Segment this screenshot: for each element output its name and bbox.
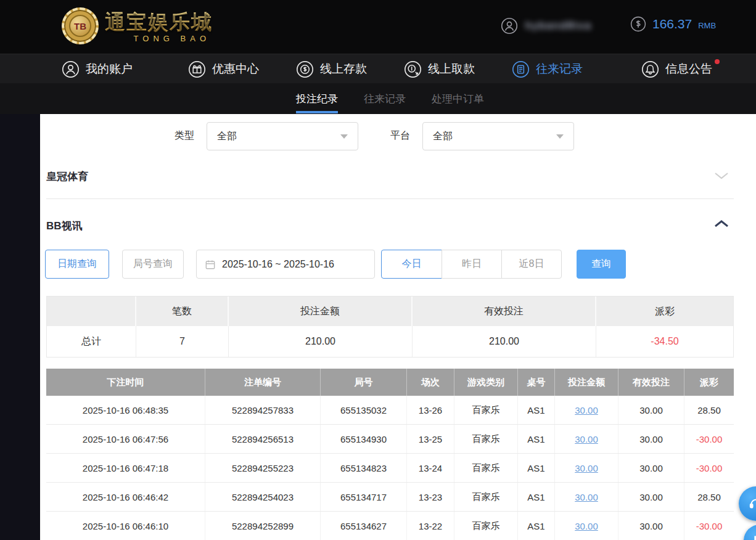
nav-item-withdraw[interactable]: 线上取款 <box>404 54 475 84</box>
valid-bet-cell: 30.00 <box>618 483 684 511</box>
last8days-button[interactable]: 近8日 <box>501 250 562 279</box>
bet-time-cell: 2025-10-16 06:47:56 <box>46 425 205 453</box>
table-id-cell: AS1 <box>518 454 555 482</box>
date-query-button[interactable]: 日期查询 <box>45 250 109 279</box>
valid-bet-cell: 30.00 <box>618 396 684 424</box>
round-id-cell: 655134717 <box>321 483 407 511</box>
site-logo: TB 通宝娱乐城 TONG BAO <box>62 7 213 44</box>
nav-label: 线上取款 <box>428 61 475 77</box>
bet-id-cell: 522894255223 <box>205 454 321 482</box>
column-header: 局号 <box>321 369 407 396</box>
nav-label: 线上存款 <box>320 61 367 77</box>
tab-transaction-records[interactable]: 往来记录 <box>364 83 406 114</box>
calendar-icon <box>204 258 216 271</box>
game-type-cell: 百家乐 <box>454 483 518 511</box>
bet-time-cell: 2025-10-16 06:46:42 <box>46 483 205 511</box>
nav-item-announcements[interactable]: 信息公告 <box>641 54 712 84</box>
session-cell: 13-23 <box>407 483 454 511</box>
bet-id-cell: 522894256513 <box>205 425 321 453</box>
column-header: 游戏类别 <box>454 369 518 396</box>
main-nav: 我的账户 优惠中心 线上存款 线上取款 往来记录 信息公告 <box>0 54 756 83</box>
nav-label: 我的账户 <box>86 61 133 77</box>
balance-currency: RMB <box>698 21 716 30</box>
summary-bet-amount: 210.00 <box>229 326 413 357</box>
logo-chip-icon: TB <box>62 7 99 44</box>
summary-header-bet: 投注金额 <box>229 297 413 326</box>
type-filter-label: 类型 <box>175 129 194 142</box>
summary-valid-bet: 210.00 <box>413 326 596 357</box>
table-row: 2025-10-16 06:46:10522894252899655134627… <box>46 512 734 540</box>
bet-time-cell: 2025-10-16 06:47:18 <box>46 454 205 482</box>
game-type-cell: 百家乐 <box>454 454 518 482</box>
game-type-cell: 百家乐 <box>454 512 518 540</box>
today-button[interactable]: 今日 <box>381 250 442 279</box>
nav-label: 往来记录 <box>536 61 583 77</box>
bet-id-cell: 522894252899 <box>205 512 321 540</box>
type-filter-select[interactable]: 全部 <box>207 122 358 150</box>
column-header: 投注金额 <box>555 369 618 396</box>
round-query-button[interactable]: 局号查询 <box>122 250 184 279</box>
payout-cell: -30.00 <box>684 425 734 453</box>
bet-id-cell: 522894257833 <box>205 396 321 424</box>
valid-bet-cell: 30.00 <box>618 512 684 540</box>
bet-time-cell: 2025-10-16 06:48:35 <box>46 396 205 424</box>
table-id-cell: AS1 <box>518 396 555 424</box>
section-divider <box>46 198 734 199</box>
column-header: 场次 <box>407 369 454 396</box>
summary-count: 7 <box>136 326 229 357</box>
bet-amount-cell: 30.00 <box>555 396 618 424</box>
bet-amount-link[interactable]: 30.00 <box>575 405 598 415</box>
payout-cell: 28.50 <box>684 396 734 424</box>
platform-filter-select[interactable]: 全部 <box>422 122 574 150</box>
bet-amount-cell: 30.00 <box>555 483 618 511</box>
chevron-down-icon <box>556 134 564 139</box>
notification-dot <box>715 59 720 64</box>
payout-cell: 28.50 <box>684 483 734 511</box>
session-cell: 13-25 <box>407 425 454 453</box>
table-row: 2025-10-16 06:48:35522894257833655135032… <box>46 396 734 425</box>
yesterday-button[interactable]: 昨日 <box>442 250 502 279</box>
type-filter-value: 全部 <box>217 130 237 143</box>
nav-item-records[interactable]: 往来记录 <box>512 54 583 84</box>
date-range-input[interactable]: 2025-10-16 ~ 2025-10-16 <box>196 250 375 279</box>
tab-bet-records[interactable]: 投注纪录 <box>296 83 338 114</box>
gift-icon <box>188 60 206 78</box>
session-cell: 13-22 <box>407 512 454 540</box>
bet-amount-cell: 30.00 <box>555 454 618 482</box>
game-type-cell: 百家乐 <box>454 396 518 424</box>
top-header: TB 通宝娱乐城 TONG BAO hyband8txa 166.37 RMB <box>0 0 756 54</box>
summary-header-payout: 派彩 <box>596 297 733 326</box>
user-info: hyband8txa <box>501 17 592 35</box>
nav-item-deposit[interactable]: 线上存款 <box>296 54 367 84</box>
nav-item-my-account[interactable]: 我的账户 <box>62 54 133 84</box>
summary-header-count: 笔数 <box>136 297 229 326</box>
bet-amount-link[interactable]: 30.00 <box>575 521 598 531</box>
search-button[interactable]: 查询 <box>577 250 626 279</box>
bet-time-cell: 2025-10-16 06:46:10 <box>46 512 205 540</box>
username: hyband8txa <box>525 20 592 32</box>
nav-item-promotions[interactable]: 优惠中心 <box>188 54 259 84</box>
table-id-cell: AS1 <box>518 512 555 540</box>
bet-amount-link[interactable]: 30.00 <box>575 463 598 473</box>
expand-sports-button[interactable] <box>713 171 729 182</box>
table-id-cell: AS1 <box>518 483 555 511</box>
summary-header-valid: 有效投注 <box>413 297 596 326</box>
tab-processing-orders[interactable]: 处理中订单 <box>432 83 484 114</box>
collapse-bb-button[interactable] <box>713 219 729 230</box>
bet-id-cell: 522894254023 <box>205 483 321 511</box>
payout-cell: -30.00 <box>684 512 734 540</box>
column-header: 注单编号 <box>205 369 321 396</box>
chevron-down-icon <box>340 134 348 139</box>
column-header: 有效投注 <box>618 369 684 396</box>
bet-amount-link[interactable]: 30.00 <box>575 434 598 444</box>
valid-bet-cell: 30.00 <box>618 454 684 482</box>
date-range-value: 2025-10-16 ~ 2025-10-16 <box>222 259 334 270</box>
bet-amount-cell: 30.00 <box>555 512 618 540</box>
sub-nav: 投注纪录 往来记录 处理中订单 <box>0 83 756 114</box>
logo-text: 通宝娱乐城 TONG BAO <box>105 9 213 43</box>
valid-bet-cell: 30.00 <box>618 425 684 453</box>
round-id-cell: 655134823 <box>321 454 407 482</box>
nav-label: 优惠中心 <box>212 61 259 77</box>
bell-icon <box>641 60 659 78</box>
bet-amount-link[interactable]: 30.00 <box>575 492 598 502</box>
